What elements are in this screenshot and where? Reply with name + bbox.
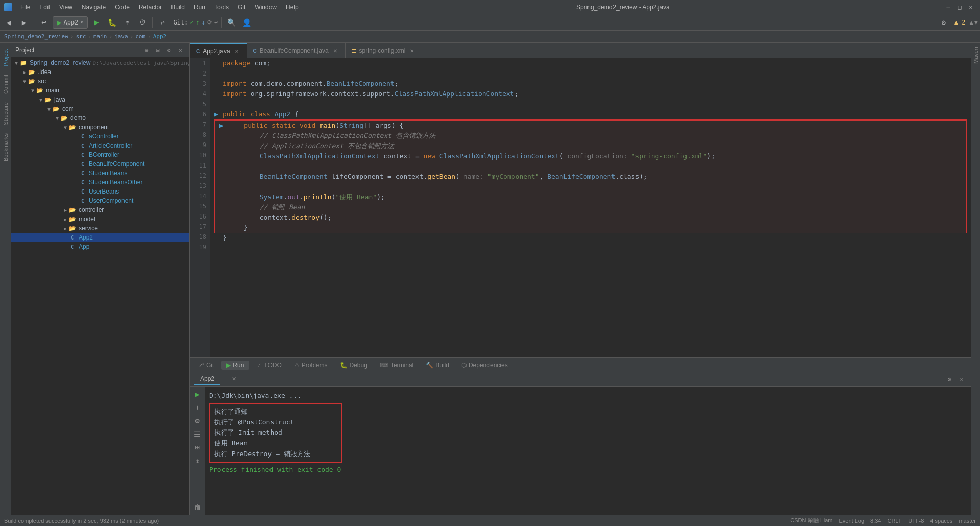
tree-item-articlecontroller[interactable]: ▶ C ArticleController (11, 141, 189, 150)
code-editor[interactable]: 12345 678910 1112131415 16171819 package… (190, 58, 971, 357)
run-config-dropdown[interactable]: ▶ App2 ▾ (53, 16, 88, 29)
debug-button[interactable]: 🐛 (105, 16, 118, 29)
menu-file[interactable]: File (16, 3, 34, 12)
back-button[interactable]: ◀ (2, 16, 15, 29)
status-event-log[interactable]: Event Log (839, 518, 864, 524)
tab-springconfig[interactable]: ☰ spring-config.xml ✕ (346, 43, 423, 58)
tree-item-java[interactable]: ▼ 📂 java (11, 95, 189, 104)
menu-help[interactable]: Help (282, 3, 303, 12)
status-build[interactable]: Build completed successfully in 2 sec, 9… (4, 518, 159, 524)
status-branch[interactable]: master (959, 518, 976, 524)
menu-view[interactable]: View (55, 3, 77, 12)
bookmarks-tab[interactable]: Bookmarks (2, 129, 10, 165)
settings-button[interactable]: ⚙ (937, 16, 950, 29)
run-layout-button[interactable]: ⊞ (192, 442, 203, 453)
tree-item-app[interactable]: ▶ C App (11, 242, 189, 251)
settings-gear-button[interactable]: ⚙ (164, 45, 174, 55)
tree-item-service-folder[interactable]: ▶ 📂 service (11, 224, 189, 233)
bottom-tab-debug[interactable]: 🐛 Debug (335, 361, 373, 370)
run-filter-button[interactable]: ☰ (192, 428, 203, 440)
bc-app2[interactable]: App2 (153, 33, 167, 40)
tree-item-com[interactable]: ▼ 📂 com (11, 104, 189, 113)
bottom-tab-build[interactable]: 🔨 Build (421, 361, 454, 370)
menu-navigate[interactable]: Navigate (78, 3, 110, 12)
minimize-button[interactable]: ─ (943, 2, 953, 12)
navigate-back-icon[interactable]: ↩ (37, 16, 51, 29)
menu-refactor[interactable]: Refactor (135, 3, 166, 12)
tab-close-app2[interactable]: ✕ (233, 47, 240, 55)
coverage-button[interactable]: ☂ (120, 16, 134, 29)
forward-button[interactable]: ▶ (17, 16, 31, 29)
tree-item-controller-folder[interactable]: ▶ 📂 controller (11, 205, 189, 214)
status-charset[interactable]: UTF-8 (908, 518, 924, 524)
status-line-col[interactable]: 8:34 (870, 518, 881, 524)
menu-tools[interactable]: Tools (210, 3, 233, 12)
bc-src[interactable]: src (76, 33, 86, 40)
run-settings2-button[interactable]: ⚙ (192, 415, 203, 426)
menu-build[interactable]: Build (167, 3, 189, 12)
tree-item-src[interactable]: ▼ 📂 src (11, 77, 189, 86)
tree-item-root[interactable]: ▼ 📁 Spring_demo2_review D:\Java\code\tes… (11, 58, 189, 67)
tree-item-beanlifecomponent[interactable]: ▶ C BeanLifeComponent (11, 159, 189, 169)
run-scroll-button[interactable]: ↕ (192, 455, 203, 466)
collapse-icon[interactable]: ▼ (974, 19, 978, 26)
bottom-tab-terminal[interactable]: ⌨ Terminal (375, 361, 419, 370)
maximize-button[interactable]: □ (954, 2, 965, 12)
menu-git[interactable]: Git (234, 3, 250, 12)
undo-button[interactable]: ↩ (156, 16, 169, 29)
maven-tab[interactable]: Maven (972, 43, 980, 68)
expand-icon[interactable]: ▲ (970, 19, 973, 26)
bottom-tab-dependencies[interactable]: ⬡ Dependencies (456, 361, 513, 370)
tree-item-bcontroller[interactable]: ▶ C BController (11, 150, 189, 159)
user-button[interactable]: 👤 (240, 16, 253, 29)
tab-app2java[interactable]: C App2.java ✕ (190, 43, 247, 58)
tree-item-idea[interactable]: ▶ 📂 .idea (11, 67, 189, 77)
new-file-button[interactable]: ⊕ (141, 45, 152, 55)
run-trash-button[interactable]: 🗑 (192, 501, 203, 513)
bc-main[interactable]: main (93, 33, 107, 40)
tab-beanlife[interactable]: C BeanLifeComponent.java ✕ (247, 43, 346, 58)
tree-item-studentbeans[interactable]: ▶ C StudentBeans (11, 169, 189, 178)
structure-tab[interactable]: Structure (2, 98, 10, 129)
status-indent[interactable]: 4 spaces (930, 518, 952, 524)
tree-item-demo[interactable]: ▼ 📂 demo (11, 113, 189, 123)
tab-close-beanlife[interactable]: ✕ (332, 47, 339, 54)
bc-java[interactable]: java (114, 33, 128, 40)
project-tab[interactable]: Project (2, 45, 10, 70)
run-hide-button[interactable]: ✕ (957, 374, 967, 385)
search-button[interactable]: 🔍 (225, 16, 238, 29)
run-settings-button[interactable]: ⚙ (944, 374, 954, 385)
menu-edit[interactable]: Edit (35, 3, 54, 12)
tree-item-component[interactable]: ▼ 📂 component (11, 123, 189, 132)
status-crlf[interactable]: CRLF (887, 518, 902, 524)
tree-item-acontroller[interactable]: ▶ C aController (11, 132, 189, 141)
rerun-button[interactable]: ▶ (192, 389, 203, 400)
status-csdn[interactable]: CSDN-刷题Lliam (790, 517, 832, 524)
bottom-tab-git[interactable]: ⎇ Git (192, 361, 219, 370)
run-panel-tab-app2[interactable]: App2 (194, 374, 220, 385)
collapse-all-button[interactable]: ⊟ (153, 45, 163, 55)
stop-button[interactable]: ⬆ (192, 402, 203, 413)
tree-item-main[interactable]: ▼ 📂 main (11, 86, 189, 95)
tree-item-app2[interactable]: ▶ C App2 (11, 233, 189, 242)
run-button[interactable]: ▶ (90, 16, 103, 29)
tree-item-studentbeansother[interactable]: ▶ C StudentBeansOther (11, 178, 189, 187)
bottom-tab-run[interactable]: ▶ Run (221, 361, 249, 370)
menu-code[interactable]: Code (111, 3, 134, 12)
profile-button[interactable]: ⏱ (136, 16, 149, 29)
tree-item-model-folder[interactable]: ▶ 📂 model (11, 214, 189, 224)
commit-tab[interactable]: Commit (2, 70, 10, 98)
menu-window[interactable]: Window (251, 3, 281, 12)
tree-item-usercomponent[interactable]: ▶ C UserComponent (11, 196, 189, 205)
tree-item-userbeans[interactable]: ▶ C UserBeans (11, 187, 189, 196)
hide-panel-button[interactable]: ✕ (175, 45, 185, 55)
bottom-tab-todo[interactable]: ☑ TODO (251, 361, 286, 370)
tab-close-springconfig[interactable]: ✕ (408, 47, 415, 54)
bc-com[interactable]: com (135, 33, 145, 40)
menu-run[interactable]: Run (190, 3, 209, 12)
bottom-tab-problems[interactable]: ⚠ Problems (289, 361, 333, 370)
bc-project[interactable]: Spring_demo2_review (4, 33, 68, 40)
close-button[interactable]: ✕ (966, 2, 976, 12)
code-content[interactable]: package com; import com.demo.component.B… (210, 58, 971, 357)
run-panel-close[interactable]: ✕ (226, 375, 242, 384)
